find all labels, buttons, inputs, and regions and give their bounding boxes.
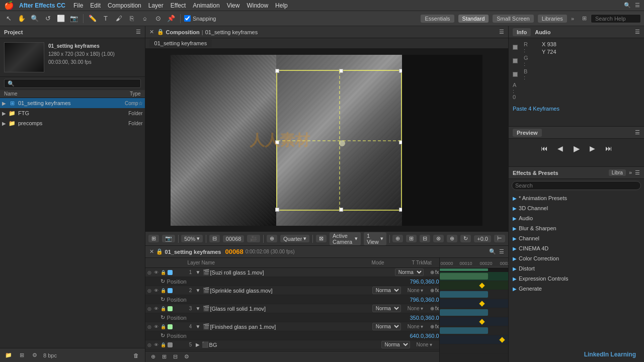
layer-2-solo[interactable]: ◎ — [146, 288, 152, 294]
effect-generate[interactable]: ▶ Generate — [509, 284, 644, 294]
layer-5-lock[interactable]: 🔒 — [160, 342, 167, 348]
vc-zoom-select[interactable]: 50% ▾ — [181, 235, 203, 242]
project-item-01[interactable]: ▶ ⊞ 01_setting keyframes Comp☆ — [0, 98, 145, 108]
layer-1-eye[interactable]: 👁 — [153, 269, 159, 276]
preview-first-frame[interactable]: ⏮ — [539, 143, 550, 154]
snapping-checkbox[interactable] — [184, 15, 191, 22]
vc-various-5[interactable]: ⊕ — [447, 235, 457, 242]
layer-2-label[interactable] — [168, 288, 173, 293]
vc-various-2[interactable]: ⊞ — [406, 235, 417, 242]
preview-last-frame[interactable]: ⏭ — [603, 143, 614, 154]
vc-quality-select[interactable]: Quarter ▾ — [280, 235, 309, 242]
sub-layer-1-value[interactable]: 796.0,360.0 — [410, 279, 439, 285]
comp-close-btn[interactable]: ✕ — [149, 29, 154, 35]
effects-expand-icon[interactable]: » — [629, 169, 632, 176]
audio-tab[interactable]: Audio — [531, 28, 554, 36]
layer-5-label[interactable] — [168, 342, 173, 347]
menu-composition[interactable]: Composition — [108, 2, 141, 9]
effects-menu-icon[interactable]: ☰ — [635, 169, 640, 176]
tl-btn-1[interactable]: ⊕ — [149, 353, 157, 361]
libra-button[interactable]: Libra — [609, 169, 626, 176]
layer-1-switch-a[interactable]: ⊕ — [430, 269, 434, 275]
layer-1-label[interactable] — [168, 270, 173, 275]
vc-frame-display[interactable]: 00068 — [223, 235, 245, 242]
layer-2-mode-select[interactable]: Norma — [372, 287, 401, 294]
project-new-comp[interactable]: ⊞ — [17, 351, 26, 360]
layer-5-expand[interactable]: ▶ — [196, 342, 200, 347]
project-item-ftg[interactable]: ▶ 📁 FTG Folder — [0, 108, 145, 118]
vc-snapshot-btn[interactable]: 🎥 — [247, 235, 260, 242]
layer-2-switch-b[interactable]: fx — [435, 288, 439, 293]
preview-tab[interactable]: Preview — [513, 129, 542, 137]
timeline-close[interactable]: ✕ — [149, 248, 154, 255]
layer-4-solo[interactable]: ◎ — [146, 324, 152, 330]
layer-4-eye[interactable]: 👁 — [153, 324, 159, 330]
preview-menu-icon[interactable]: ☰ — [635, 129, 640, 136]
effect-color-correction[interactable]: ▶ Color Correction — [509, 253, 644, 263]
layer-3-mode-select[interactable]: Norma — [372, 305, 401, 312]
vc-edge-icon[interactable]: ⊢ — [494, 235, 505, 242]
info-tab[interactable]: Info — [513, 28, 531, 36]
layer-5-solo[interactable]: ◎ — [146, 342, 152, 348]
vc-various-1[interactable]: ⊕ — [392, 235, 403, 242]
tl-btn-3[interactable]: ⊟ — [172, 353, 180, 361]
layer-4-switch-a[interactable]: ⊕ — [430, 324, 434, 329]
workspace-expand[interactable]: » — [571, 16, 574, 22]
tool-clone[interactable]: ⎘ — [126, 13, 137, 24]
menu-edit[interactable]: Edit — [90, 2, 101, 9]
effect-animation-presets[interactable]: ▶ * Animation Presets — [509, 193, 644, 203]
layer-4-label[interactable] — [168, 324, 173, 329]
vc-screenshot-btn[interactable]: 📷 — [162, 235, 175, 242]
vc-view-count[interactable]: 1 View ▾ — [364, 232, 386, 245]
layer-2-switch-a[interactable]: ⊕ — [430, 288, 434, 293]
tool-zoom[interactable]: 🔍 — [29, 13, 40, 24]
layer-3-solo[interactable]: ◎ — [146, 306, 152, 312]
tool-brush[interactable]: 🖌 — [113, 13, 124, 24]
layer-row-3[interactable]: ◎ 👁 🔒 3 ▼ 🎬 [Glass roll solid 1.mov] Nor… — [145, 304, 439, 313]
layer-3-label[interactable] — [168, 306, 173, 311]
tool-select[interactable]: ↖ — [3, 13, 14, 24]
vc-various-6[interactable]: ↻ — [460, 235, 471, 242]
layer-3-lock[interactable]: 🔒 — [160, 306, 167, 312]
preview-next-frame[interactable]: ▶ — [587, 143, 598, 154]
project-settings[interactable]: ⚙ — [30, 351, 39, 360]
layer-3-eye[interactable]: 👁 — [153, 306, 159, 312]
comp-header-menu[interactable]: ☰ — [499, 29, 504, 35]
effect-audio[interactable]: ▶ Audio — [509, 213, 644, 223]
project-search-input[interactable] — [4, 79, 141, 88]
layer-5-eye[interactable]: 👁 — [153, 342, 159, 348]
layer-2-expand[interactable]: ▼ — [196, 288, 201, 293]
vc-camera-select[interactable]: Active Camera ▾ — [330, 232, 361, 245]
vc-various-4[interactable]: ⊗ — [433, 235, 444, 242]
layer-row-5[interactable]: ◎ 👁 🔒 5 ▶ ⬛ BG Norma — [145, 340, 439, 349]
vc-snap-btn[interactable]: ⊞ — [148, 235, 159, 242]
layer-row-1[interactable]: ◎ 👁 🔒 1 ▼ 🎬 [Suzi roll glass 1.mov] Norm… — [145, 268, 439, 277]
tl-search-icon[interactable]: 🔍 — [489, 248, 496, 255]
layer-1-mode-select[interactable]: Norma — [395, 268, 424, 276]
workspace-small[interactable]: Small Screen — [493, 15, 533, 23]
workspace-essentials[interactable]: Essentials — [421, 15, 454, 23]
layer-3-expand[interactable]: ▼ — [196, 306, 201, 311]
layer-4-expand[interactable]: ▼ — [196, 324, 201, 329]
workspace-libraries[interactable]: Libraries — [538, 15, 567, 23]
project-new-folder[interactable]: 📁 — [4, 351, 13, 360]
layer-2-lock[interactable]: 🔒 — [160, 288, 167, 294]
layer-4-lock[interactable]: 🔒 — [160, 324, 167, 330]
layer-4-mode-select[interactable]: Norma — [372, 323, 401, 330]
project-menu-icon[interactable]: ☰ — [136, 29, 141, 35]
tool-text[interactable]: T — [100, 13, 111, 24]
layer-1-switch-b[interactable]: fx — [435, 269, 439, 275]
tl-menu-icon[interactable]: ☰ — [499, 248, 504, 255]
tl-btn-4[interactable]: ⚙ — [183, 353, 191, 361]
workspace-standard[interactable]: Standard — [458, 15, 489, 23]
vc-offset-display[interactable]: +0.0 — [474, 235, 491, 242]
tool-eraser[interactable]: ⎐ — [139, 13, 150, 24]
vc-resolution[interactable]: ⊠ — [316, 235, 327, 242]
layer-row-4[interactable]: ◎ 👁 🔒 4 ▼ 🎬 [Finished glass pan 1.mov] N… — [145, 322, 439, 331]
layer-2-eye[interactable]: 👁 — [153, 288, 159, 294]
effect-channel[interactable]: ▶ Channel — [509, 233, 644, 243]
effect-distort[interactable]: ▶ Distort — [509, 263, 644, 274]
preview-prev-frame[interactable]: ◀ — [555, 143, 566, 154]
effects-search-input[interactable] — [512, 181, 641, 190]
layer-3-switch-b[interactable]: fx — [435, 306, 439, 311]
